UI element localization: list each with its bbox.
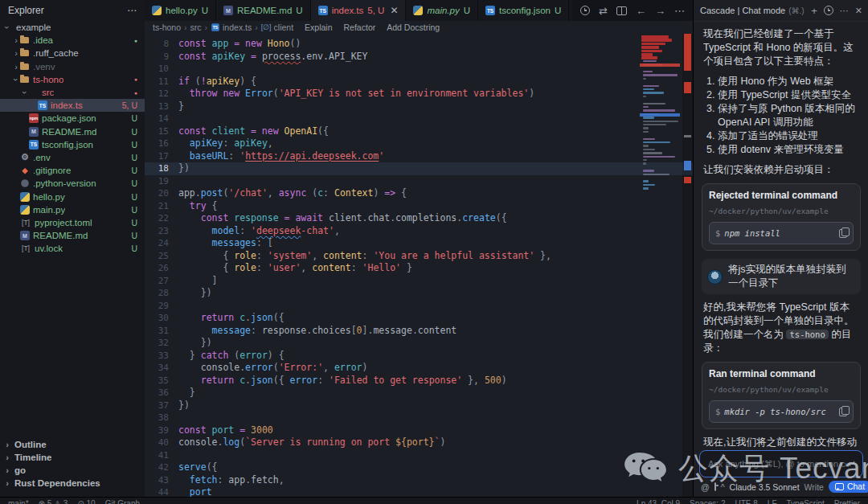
code-line-16[interactable]: 16 apiKey: apiKey,	[145, 137, 693, 150]
chat-mode-toggle[interactable]: Chat	[829, 481, 868, 493]
editor-more-icon[interactable]: ⋯	[674, 6, 685, 16]
tab-hello.py[interactable]: hello.pyU	[145, 0, 216, 21]
sidebar-section-Outline[interactable]: ›Outline	[0, 438, 145, 451]
tree-item-.python-version[interactable]: ›.python-versionU	[0, 177, 145, 190]
code-line-10[interactable]: 10	[145, 63, 693, 76]
code-line-13[interactable]: 13}	[145, 100, 693, 113]
code-line-27[interactable]: 27 ]	[145, 275, 693, 288]
status-item[interactable]: main*	[8, 499, 29, 504]
new-chat-icon[interactable]: +	[811, 5, 817, 17]
navigate-forward-icon[interactable]: →	[655, 6, 665, 16]
tree-item-.gitignore[interactable]: ›◆.gitignoreU	[0, 164, 145, 177]
copy-icon[interactable]	[839, 408, 847, 416]
sidebar-section-Rust Dependencies[interactable]: ›Rust Dependencies	[0, 477, 145, 490]
codelens-add-docstring[interactable]: Add Docstring	[387, 23, 440, 32]
tree-item-.ruff_cache[interactable]: ›.ruff_cache	[0, 47, 145, 59]
code-line-39[interactable]: 39const port = 3000	[145, 424, 693, 437]
status-item[interactable]: Prettier	[834, 499, 860, 504]
status-item[interactable]: UTF-8	[735, 499, 758, 504]
tab-main.py[interactable]: main.pyU	[406, 0, 478, 21]
status-item[interactable]: Spaces: 2	[690, 499, 725, 504]
code-line-23[interactable]: 23 model: 'deepseek-chat',	[145, 225, 693, 238]
timeline-icon[interactable]	[580, 6, 590, 15]
breadcrumb-client[interactable]: [∅]client	[261, 23, 293, 32]
code-line-42[interactable]: 42serve({	[145, 461, 693, 474]
code-line-22[interactable]: 22 const response = await client.chat.co…	[145, 212, 693, 225]
status-item[interactable]: TypeScript	[787, 499, 825, 504]
tab-index.ts[interactable]: TSindex.ts5, U✕	[311, 0, 407, 21]
code-line-32[interactable]: 32 })	[145, 337, 693, 350]
code-editor[interactable]: 8const app = new Hono()9const apiKey = p…	[145, 34, 693, 501]
breadcrumb-src[interactable]: src	[190, 23, 202, 32]
code-line-35[interactable]: 35 return c.json({ error: 'Failed to get…	[145, 375, 693, 387]
chat-history-icon[interactable]	[824, 6, 833, 15]
code-line-17[interactable]: 17 baseURL: 'https://api.deepseek.com'	[145, 150, 693, 163]
tree-item-ts-hono[interactable]: ›ts-hono●	[0, 73, 145, 86]
codelens-explain[interactable]: Explain	[305, 23, 332, 32]
tab-close-icon[interactable]: ✕	[390, 5, 398, 16]
status-item[interactable]: Git Graph	[105, 499, 140, 504]
chat-input[interactable]	[706, 458, 848, 469]
tree-item-index.ts[interactable]: ›TSindex.ts5, U	[0, 99, 145, 112]
code-line-31[interactable]: 31 message: response.choices[0].message.…	[145, 325, 693, 338]
breadcrumb-index.ts[interactable]: TSindex.ts	[211, 23, 252, 32]
code-line-15[interactable]: 15const client = new OpenAI({	[145, 125, 693, 138]
code-line-36[interactable]: 36 }	[145, 387, 693, 400]
code-line-40[interactable]: 40console.log(`Server is running on port…	[145, 436, 693, 449]
status-item[interactable]: Ln 43, Col 9	[637, 499, 680, 504]
model-caret-icon[interactable]: ^	[721, 482, 725, 492]
write-mode-toggle[interactable]: Write	[805, 482, 824, 492]
code-line-9[interactable]: 9const apiKey = process.env.API_KEY	[145, 51, 693, 64]
code-line-11[interactable]: 11if (!apiKey) {	[145, 76, 693, 88]
send-icon[interactable]: ↵	[848, 458, 856, 469]
tree-item-src[interactable]: ›src●	[0, 86, 145, 99]
tree-item-uv.lock[interactable]: ›[T]uv.lockU	[0, 242, 145, 255]
compare-changes-icon[interactable]: ⇄	[599, 6, 608, 16]
code-line-8[interactable]: 8const app = new Hono()	[145, 38, 693, 51]
code-line-29[interactable]: 29	[145, 300, 693, 313]
tree-item-hello.py[interactable]: ›hello.pyU	[0, 190, 145, 203]
tree-item-.idea[interactable]: ›.idea●	[0, 34, 145, 47]
sidebar-section-go[interactable]: ›go	[0, 464, 145, 477]
code-line-28[interactable]: 28 })	[145, 287, 693, 300]
tree-item-README.md[interactable]: ›MREADME.mdU	[0, 125, 145, 138]
attach-image-icon[interactable]	[714, 482, 716, 491]
status-item[interactable]: ⊗ 5 ⚠ 3	[39, 499, 68, 504]
tab-tsconfig.json[interactable]: TStsconfig.jsonU	[478, 0, 569, 21]
chat-close-icon[interactable]: ✕	[855, 6, 862, 16]
code-line-34[interactable]: 34 console.error('Error:', error)	[145, 362, 693, 375]
tree-item-package.json[interactable]: ›npmpackage.jsonU	[0, 112, 145, 125]
code-line-43[interactable]: 43 fetch: app.fetch,	[145, 474, 693, 487]
code-line-12[interactable]: 12 throw new Error('API_KEY is not set i…	[145, 88, 693, 100]
navigate-back-icon[interactable]: ←	[636, 6, 646, 16]
mention-icon[interactable]: @	[701, 482, 710, 492]
tree-item-.venv[interactable]: ›.venv	[0, 60, 145, 73]
chat-more-icon[interactable]: ⋯	[840, 6, 849, 16]
tab-README.md[interactable]: MREADME.mdU	[216, 0, 311, 21]
code-line-21[interactable]: 21 try {	[145, 200, 693, 213]
explorer-more-icon[interactable]: ⋯	[127, 5, 137, 16]
code-line-19[interactable]: 19	[145, 175, 693, 188]
status-item[interactable]: LF	[768, 499, 777, 504]
code-line-37[interactable]: 37})	[145, 400, 693, 412]
code-line-26[interactable]: 26 { role: 'user', content: 'Hello' }	[145, 262, 693, 275]
code-line-25[interactable]: 25 { role: 'system', content: 'You are a…	[145, 250, 693, 263]
tree-item-pyproject.toml[interactable]: ›[T]pyproject.tomlU	[0, 216, 145, 229]
code-line-14[interactable]: 14	[145, 113, 693, 125]
code-line-30[interactable]: 30 return c.json({	[145, 312, 693, 325]
code-line-24[interactable]: 24 messages: [	[145, 237, 693, 250]
code-line-33[interactable]: 33 } catch (error) {	[145, 350, 693, 363]
sidebar-section-Timeline[interactable]: ›Timeline	[0, 451, 145, 464]
status-item[interactable]: ⊙ 10	[77, 499, 95, 504]
copy-icon[interactable]	[839, 229, 847, 238]
chat-input-box[interactable]: ↵	[699, 450, 863, 477]
split-editor-icon[interactable]	[616, 6, 627, 15]
tree-item-README.md[interactable]: ›MREADME.mdU	[0, 229, 145, 242]
tree-item-tsconfig.json[interactable]: ›TStsconfig.jsonU	[0, 138, 145, 151]
code-line-38[interactable]: 38	[145, 412, 693, 424]
codelens-refactor[interactable]: Refactor	[344, 23, 376, 32]
tree-item-main.py[interactable]: ›main.pyU	[0, 203, 145, 216]
code-line-20[interactable]: 20app.post('/chat', async (c: Context) =…	[145, 187, 693, 200]
code-line-18[interactable]: 18})	[145, 162, 693, 175]
breadcrumb-ts-hono[interactable]: ts-hono	[153, 23, 181, 32]
